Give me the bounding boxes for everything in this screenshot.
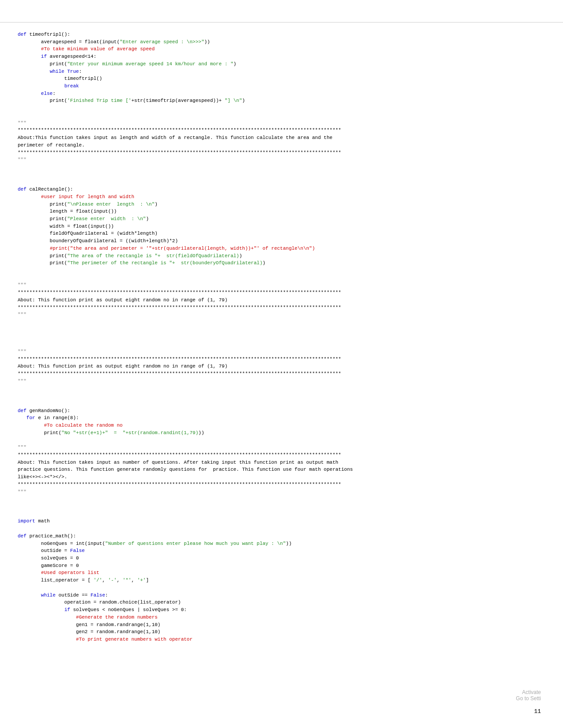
go-to-settings-text: Go to Setti (516, 695, 541, 702)
top-border (0, 22, 563, 23)
code-container: def timeoftripl(): averagespeed = float(… (18, 31, 545, 643)
activate-text: Activate (516, 689, 541, 695)
activate-watermark: Activate Go to Setti (516, 689, 541, 702)
code-block: def timeoftripl(): averagespeed = float(… (18, 31, 545, 643)
page-number: 11 (534, 708, 541, 715)
